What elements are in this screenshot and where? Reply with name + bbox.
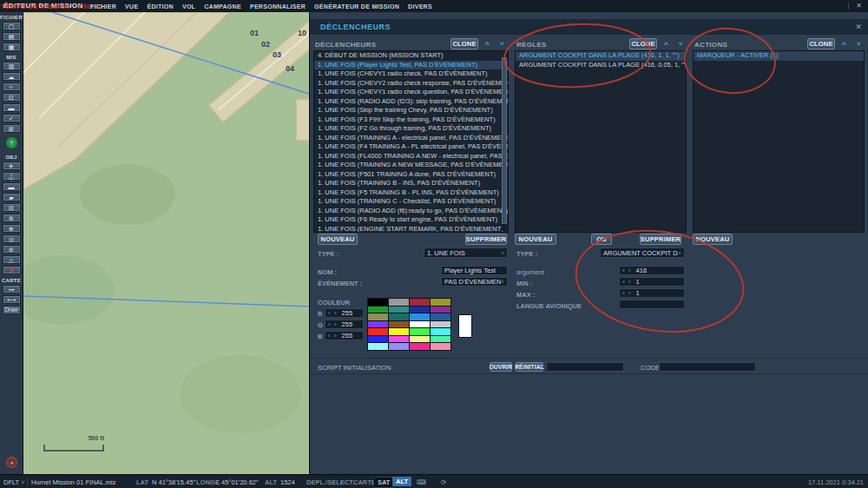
palette-swatch[interactable] xyxy=(410,336,430,343)
palette-swatch[interactable] xyxy=(410,299,430,306)
radio-button[interactable]: ▬ xyxy=(3,103,21,112)
spawn-button[interactable]: ↑ xyxy=(5,136,18,149)
palette-swatch[interactable] xyxy=(368,321,388,328)
menu-divers[interactable]: DIVERS xyxy=(408,3,432,10)
trigger-event-select[interactable]: PAS D'ÉVENEMENT ˅ xyxy=(441,277,508,287)
trigger-list-item[interactable]: 1. UNE FOIS (TRAINING C - Checklist, PAS… xyxy=(314,197,508,207)
actions-move-up-icon[interactable]: ˄ xyxy=(838,38,851,49)
ship-group-button[interactable]: ⚓ xyxy=(3,172,21,181)
menu-edition[interactable]: ÉDITION xyxy=(147,3,174,10)
trigger-list-item[interactable]: 1. UNE FOIS (TRAINING B - INS, PAS D'ÉVÈ… xyxy=(314,179,508,188)
menu-campagne[interactable]: CAMPAGNE xyxy=(204,3,241,10)
menu-vol[interactable]: VOL xyxy=(182,3,195,10)
triggers-clone-button[interactable]: CLONE xyxy=(450,38,478,49)
zone-button[interactable]: ⊕ xyxy=(3,224,21,233)
palette-swatch[interactable] xyxy=(368,328,388,335)
palette-swatch[interactable] xyxy=(431,299,450,306)
palette-swatch[interactable] xyxy=(431,336,450,343)
palette-swatch[interactable] xyxy=(431,307,450,313)
rule-new-button[interactable]: NOUVEAU xyxy=(515,234,556,245)
palette-swatch[interactable] xyxy=(431,321,450,328)
actions-move-down-icon[interactable]: ˅ xyxy=(852,38,865,49)
keyboard-icon[interactable]: ⌨ xyxy=(417,478,426,486)
layer-sat-button[interactable]: SAT xyxy=(373,477,394,488)
rule-or-button[interactable]: OU xyxy=(591,234,612,245)
power-indicator-icon[interactable]: ● xyxy=(6,457,17,468)
trigger-list-item[interactable]: 1. UNE FOIS (TRAINING A NEW MESSAGE, PAS… xyxy=(314,161,508,170)
action-new-button[interactable]: NOUVEAU xyxy=(693,234,733,245)
color-b-stepper[interactable]: ‹ › 255 xyxy=(325,331,364,340)
trigger-list-item[interactable]: 4. DÉBUT DE MISSION (MISSION START) xyxy=(314,51,508,61)
train-group-button[interactable]: ▰ xyxy=(3,193,21,201)
stepper-arrows-icon[interactable]: ‹ › xyxy=(622,278,632,286)
dialog-close-icon[interactable]: ✕ xyxy=(855,23,862,31)
rule-min-stepper[interactable]: ‹ › 1 xyxy=(619,277,685,287)
draw-button[interactable]: Draw xyxy=(3,306,21,314)
group-template-button[interactable]: ⊚ xyxy=(3,214,21,222)
profile-select[interactable]: DFLT ˅ xyxy=(3,478,25,486)
triggers-move-down-icon[interactable]: ˅ xyxy=(496,38,509,49)
vehicle-group-button[interactable]: ▬ xyxy=(3,182,21,191)
target-button[interactable]: ◎ xyxy=(3,234,21,243)
airplane-group-button[interactable]: ✈ xyxy=(3,162,21,170)
rules-move-up-icon[interactable]: ˄ xyxy=(660,38,673,49)
rule-list-item[interactable]: ARGUMENT COCKPIT DANS LA PLAGE (416, 0.0… xyxy=(516,61,686,70)
palette-swatch[interactable] xyxy=(368,307,388,313)
palette-swatch[interactable] xyxy=(368,336,388,343)
rule-list-item-selected[interactable]: ARGUMENT COCKPIT DANS LA PLAGE (416, 1, … xyxy=(516,51,686,61)
trigger-list-item[interactable]: 1. UNE FOIS (CHEVY1 radio check question… xyxy=(314,88,508,97)
briefing-button[interactable]: ▥ xyxy=(3,62,21,70)
palette-swatch[interactable] xyxy=(389,321,409,328)
palette-swatch[interactable] xyxy=(389,336,409,343)
palette-swatch[interactable] xyxy=(410,343,430,350)
rules-clone-button[interactable]: CLONE xyxy=(629,38,657,49)
trigger-list-item[interactable]: 1. UNE FOIS (TRAINING A - electrical pan… xyxy=(314,134,508,143)
trigger-list-item[interactable]: 1. UNE FOIS (RADIO ADD (f6):ready to go,… xyxy=(314,207,508,216)
player-aircraft-button[interactable]: ✈ xyxy=(3,82,21,91)
palette-swatch[interactable] xyxy=(410,321,430,328)
script-open-button[interactable]: OUVRIR xyxy=(490,362,512,372)
palette-swatch[interactable] xyxy=(368,343,388,350)
trigger-list-item[interactable]: 1. UNE FOIS (CHEVY1 radio check, PAS D'É… xyxy=(314,69,508,79)
rule-avionics-language-input[interactable] xyxy=(619,300,685,309)
script-reset-button[interactable]: RÉINITIAL xyxy=(516,362,543,372)
trigger-list-item[interactable]: 1. UNE FOIS (CHEVY2 radio check response… xyxy=(314,79,508,89)
palette-swatch[interactable] xyxy=(389,307,409,313)
palette-swatch[interactable] xyxy=(431,313,450,320)
stepper-arrows-icon[interactable]: ‹ › xyxy=(328,332,338,340)
palette-swatch[interactable] xyxy=(431,328,450,335)
palette-swatch[interactable] xyxy=(389,299,409,306)
triggers-scrollbar[interactable] xyxy=(502,52,507,231)
action-list-item-selected[interactable]: MARQUEUR - ACTIVER (1) xyxy=(694,51,864,61)
stepper-arrows-icon[interactable]: ‹ › xyxy=(622,289,632,297)
save-mission-button[interactable]: ▦ xyxy=(3,43,21,51)
stepper-arrows-icon[interactable]: ‹ › xyxy=(328,309,338,317)
palette-swatch[interactable] xyxy=(410,307,430,313)
stepper-arrows-icon[interactable]: ‹ › xyxy=(622,267,632,274)
rule-type-select[interactable]: ARGUMENT COCKPIT DANS L ˅ xyxy=(600,247,685,258)
trigger-list-item[interactable]: 1. UNE FOIS (RADIO ADD (f2/3): skip trai… xyxy=(314,97,508,107)
prohibit-button[interactable]: ⊘ xyxy=(3,245,21,254)
delete-object-button[interactable]: ✗ xyxy=(3,266,21,274)
window-close-icon[interactable]: ✕ xyxy=(856,2,862,10)
trigger-new-button[interactable]: NOUVEAU xyxy=(318,234,358,245)
palette-swatch[interactable] xyxy=(410,313,430,320)
trigger-type-select[interactable]: 1. UNE FOIS ˅ xyxy=(424,247,508,258)
menu-fichier[interactable]: FICHIER xyxy=(90,3,116,10)
settings-icon[interactable]: ⟳ xyxy=(441,478,446,486)
trigger-list-item[interactable]: 1. UNE FOIS (F2 Go through training, PAS… xyxy=(314,124,508,134)
layer-alt-button[interactable]: ALT xyxy=(392,477,411,486)
triggers-button[interactable]: ⊞ xyxy=(3,124,21,133)
menu-vue[interactable]: VUE xyxy=(125,3,138,10)
goals-button[interactable]: ✓ xyxy=(3,114,21,122)
rule-argument-stepper[interactable]: ‹ › 416 xyxy=(619,266,685,275)
color-g-stepper[interactable]: ‹ › 255 xyxy=(325,320,364,329)
weather-button[interactable]: ☁ xyxy=(3,72,21,81)
trigger-delete-button[interactable]: SUPPRIMER xyxy=(465,234,507,245)
trigger-list-item[interactable]: 1. UNE FOIS (F6 Ready to start engine, P… xyxy=(314,215,508,225)
trigger-name-input[interactable]: Player Lights Test xyxy=(441,266,508,275)
stepper-arrows-icon[interactable]: ‹ › xyxy=(328,320,338,328)
triggers-move-up-icon[interactable]: ˄ xyxy=(481,38,494,49)
shapes-button[interactable]: △ xyxy=(3,255,21,264)
palette-swatch[interactable] xyxy=(410,328,430,335)
